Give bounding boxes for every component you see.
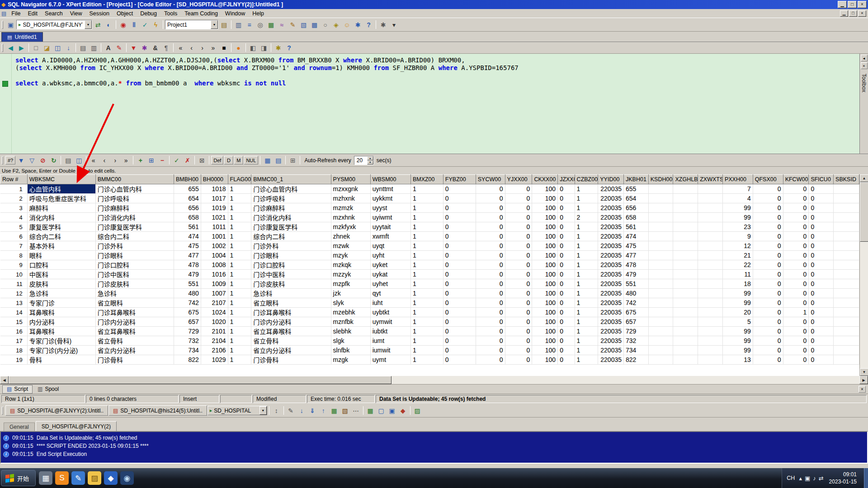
grid-cell[interactable]: 1 — [228, 222, 251, 232]
vertical-scroll-thumb[interactable] — [860, 182, 868, 242]
grid-cell[interactable]: 1 — [575, 203, 598, 213]
bind-variables-icon[interactable]: & — [150, 43, 160, 53]
grid-cell[interactable]: 1 — [228, 213, 251, 222]
grid-cell[interactable]: 1021 — [201, 213, 228, 222]
grid-cell[interactable]: uymt — [370, 355, 410, 365]
grid-cell[interactable]: 0 — [443, 184, 476, 194]
grid-cell[interactable]: uymwit — [370, 317, 410, 327]
grid-cell[interactable]: 0 — [558, 289, 575, 298]
column-header-pysm00[interactable]: PYSM00 — [331, 175, 370, 184]
grid-cell[interactable]: 0 — [443, 251, 476, 260]
grid-cell[interactable]: 99 — [722, 213, 753, 222]
grid-cell[interactable]: 0 — [476, 232, 505, 241]
grid-cell[interactable]: 门诊麻醉科 — [95, 203, 174, 213]
forward-icon[interactable]: ▶ — [16, 43, 27, 53]
network-icon[interactable]: ⇄ — [819, 475, 824, 482]
scroll-up-icon[interactable]: ▲ — [860, 174, 868, 182]
grid-cell[interactable]: 0 — [443, 298, 476, 308]
edit-statement-icon[interactable]: ✎ — [286, 406, 296, 416]
grid-cell[interactable]: 0 — [443, 336, 476, 346]
grid-cell[interactable]: 0 — [558, 336, 575, 346]
grid-cell[interactable]: 99 — [722, 327, 753, 336]
row-number-cell[interactable]: 7 — [0, 241, 28, 251]
dropdown-arrow-icon[interactable]: ▾ — [211, 20, 218, 29]
grid-cell[interactable] — [673, 260, 698, 270]
spin-up-icon[interactable]: ▴ — [367, 156, 373, 160]
calculator-icon[interactable]: ▦ — [39, 471, 52, 485]
horizontal-scroll-track[interactable] — [9, 376, 859, 384]
grid-cell[interactable]: 耳鼻喉科 — [27, 308, 95, 317]
grid-cell[interactable]: 0 — [505, 289, 532, 298]
grid-cell[interactable]: mzmzk — [331, 203, 370, 213]
stop-script-icon[interactable]: ■ — [219, 43, 229, 53]
dropdown-arrow-icon[interactable]: ▾ — [85, 20, 92, 29]
grid-cell[interactable]: 1 — [228, 184, 251, 194]
filter-icon[interactable]: ▼ — [16, 155, 26, 165]
session-tab-his214[interactable]: ▤SD_HOSPITAL@his214(5):Untitl.. — [108, 405, 207, 416]
grid-cell[interactable]: 0 — [783, 203, 809, 213]
grid-cell[interactable]: 1011 — [201, 222, 228, 232]
show-nulls-button[interactable]: NUL — [244, 156, 258, 164]
grid-cell[interactable]: 220035 — [598, 279, 624, 289]
first-statement-icon[interactable]: « — [175, 43, 186, 53]
grid-cell[interactable]: 100 — [532, 346, 558, 355]
grid-cell[interactable]: 0 — [809, 232, 834, 241]
grid-cell[interactable] — [673, 270, 698, 279]
grid-cell[interactable]: 658 — [624, 213, 649, 222]
grid-cell[interactable]: 0 — [558, 213, 575, 222]
grid-cell[interactable]: 0 — [558, 194, 575, 203]
grid-cell[interactable]: 1008 — [201, 260, 228, 270]
wordpad-icon[interactable]: ✎ — [71, 471, 85, 485]
grid-cell[interactable] — [673, 336, 698, 346]
grid-cell[interactable] — [673, 232, 698, 241]
grid-cell[interactable]: 门诊皮肤科 — [95, 279, 174, 289]
grid-cell[interactable]: 0 — [505, 308, 532, 317]
grid-cell[interactable]: 1 — [575, 298, 598, 308]
grid-cell[interactable]: 0 — [443, 241, 476, 251]
grid-cell[interactable]: 0 — [809, 260, 834, 270]
next-statement-icon[interactable]: › — [197, 43, 208, 53]
grid-cell[interactable]: 1 — [410, 279, 443, 289]
grid-cell[interactable]: slyk — [331, 298, 370, 308]
grid-cell[interactable]: 13 — [722, 355, 753, 365]
describe-icon[interactable]: ✱ — [139, 43, 150, 53]
grid-viewer-icon[interactable]: ▩ — [309, 20, 320, 30]
ime-tray-icon[interactable]: ▣ — [805, 475, 810, 482]
grid-cell[interactable]: uyiwmt — [370, 213, 410, 222]
grid-cell[interactable]: 18 — [722, 279, 753, 289]
grid-cell[interactable]: 220035 — [598, 308, 624, 317]
grid-cell[interactable]: 20 — [722, 308, 753, 317]
grid-cell[interactable]: 0 — [476, 222, 505, 232]
grid-cell[interactable]: 23 — [722, 222, 753, 232]
grid-cell[interactable]: 1 — [783, 308, 809, 317]
grid-cell[interactable] — [698, 213, 723, 222]
prior-record-icon[interactable]: ‹ — [99, 155, 109, 165]
paste-icon[interactable]: ◨ — [259, 43, 269, 53]
grid-cell[interactable]: 0 — [783, 327, 809, 336]
grid-cell[interactable]: 100 — [532, 203, 558, 213]
column-header-fybz00[interactable]: FYBZ00 — [443, 175, 476, 184]
grid-cell[interactable]: 0 — [809, 194, 834, 203]
row-number-cell[interactable]: 19 — [0, 355, 28, 365]
grid-cell[interactable]: 9 — [722, 232, 753, 241]
grid-cell[interactable]: 1020 — [201, 317, 228, 327]
grid-cell[interactable]: 皮肤科 — [27, 279, 95, 289]
grid-cell[interactable]: 门诊眼科 — [251, 251, 331, 260]
grid-cell[interactable]: 1 — [410, 317, 443, 327]
grid-cell[interactable]: 822 — [624, 355, 649, 365]
grid-cell[interactable]: mzwk — [331, 241, 370, 251]
grid-cell[interactable]: 1 — [575, 336, 598, 346]
grid-cell[interactable]: 0 — [753, 203, 783, 213]
grid-cell[interactable]: 省立骨科 — [251, 336, 331, 346]
grid-cell[interactable]: 729 — [174, 327, 201, 336]
grid-cell[interactable]: 急诊科 — [27, 289, 95, 298]
mdi-minimize-button[interactable]: ▁ — [840, 10, 848, 17]
grid-cell[interactable]: uyytait — [370, 222, 410, 232]
column-header-czbz00[interactable]: CZBZ00 — [575, 175, 598, 184]
toolbox-label[interactable]: Toolbox — [861, 74, 867, 92]
sogou-input-icon[interactable]: S — [55, 471, 69, 485]
grid-cell[interactable]: 0 — [505, 184, 532, 194]
mdi-close-button[interactable]: × — [858, 10, 866, 17]
grid-cell[interactable]: jzk — [331, 289, 370, 298]
code-analysis-icon[interactable]: ≈ — [277, 20, 287, 30]
